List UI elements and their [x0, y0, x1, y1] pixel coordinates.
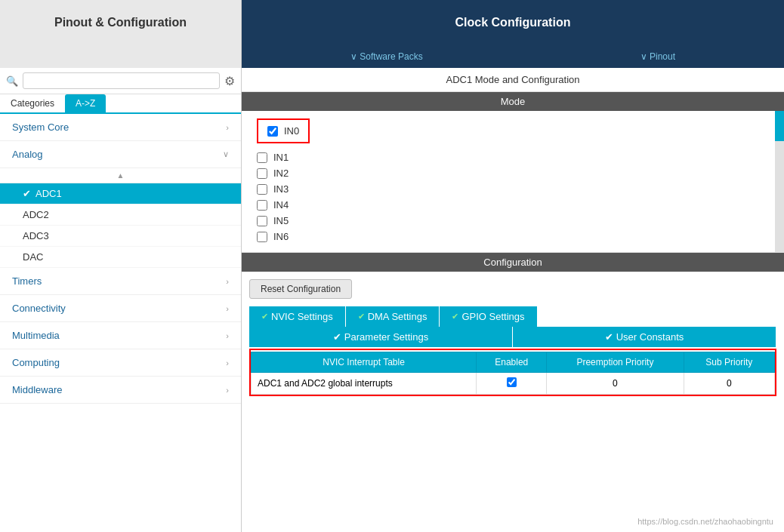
pinout-configuration-header: Pinout & Configuration	[0, 0, 242, 45]
sidebar-item-adc3[interactable]: ADC3	[0, 226, 241, 247]
reset-configuration-button[interactable]: Reset Configuration	[249, 279, 352, 299]
software-packs-link[interactable]: ∨ Software Packs	[350, 51, 423, 62]
nvic-table-red-box: NVIC Interrupt Table Enabled Preemption …	[249, 349, 776, 396]
mode-header: Mode	[242, 92, 784, 111]
user-check-icon: ✔	[605, 331, 613, 343]
up-arrow-icon: ▲	[0, 168, 241, 183]
nvic-col-name: NVIC Interrupt Table	[252, 352, 477, 373]
content-title: ADC1 Mode and Configuration	[242, 68, 784, 92]
chevron-down-icon: ∨	[223, 149, 229, 159]
nvic-preemption-cell: 0	[547, 373, 684, 395]
sidebar: 🔍 ⚙ Categories A->Z System Core › Analog…	[0, 68, 242, 532]
nvic-interrupt-name: ADC1 and ADC2 global interrupts	[252, 373, 477, 395]
tab-parameter-settings[interactable]: ✔ Parameter Settings	[249, 327, 513, 347]
nvic-sub-cell: 0	[684, 373, 774, 395]
scrollbar-thumb	[775, 111, 784, 141]
checkbox-in3[interactable]	[257, 184, 267, 195]
in0-red-box: IN0	[257, 118, 310, 143]
checkbox-in6[interactable]	[257, 232, 267, 242]
tab-user-constants[interactable]: ✔ User Constants	[513, 327, 776, 347]
nvic-col-preemption: Preemption Priority	[547, 352, 684, 373]
tab-atoz[interactable]: A->Z	[65, 94, 106, 112]
sidebar-section-analog: Analog ∨ ▲ ✔ ADC1 ADC2 ADC3 DAC	[0, 141, 241, 268]
sidebar-item-multimedia[interactable]: Multimedia ›	[0, 322, 241, 349]
pinout-link[interactable]: ∨ Pinout	[640, 51, 675, 62]
chevron-right-icon: ›	[226, 358, 229, 367]
dma-check-icon: ✔	[358, 312, 365, 321]
nvic-check-icon: ✔	[261, 312, 268, 321]
nvic-table: NVIC Interrupt Table Enabled Preemption …	[251, 352, 775, 395]
settings-tabs-row1: ✔ NVIC Settings ✔ DMA Settings ✔ GPIO Se…	[249, 306, 776, 327]
chevron-right-icon: ›	[226, 331, 229, 340]
param-check-icon: ✔	[333, 331, 341, 343]
mode-content: IN0 IN1 IN2 IN3 IN4 IN5	[242, 111, 784, 253]
clock-configuration-header: Clock Configuration	[242, 0, 784, 45]
gpio-check-icon: ✔	[452, 312, 458, 321]
tab-categories[interactable]: Categories	[0, 94, 65, 112]
checkbox-in1[interactable]	[257, 152, 267, 163]
check-icon: ✔	[23, 188, 31, 199]
sidebar-item-computing[interactable]: Computing ›	[0, 349, 241, 377]
checkbox-in0-row: IN0	[267, 123, 299, 139]
tab-gpio-settings[interactable]: ✔ GPIO Settings	[440, 306, 537, 327]
checkbox-in4-row: IN4	[257, 197, 769, 213]
sidebar-item-analog[interactable]: Analog ∨	[0, 141, 241, 168]
sidebar-item-dac[interactable]: DAC	[0, 247, 241, 268]
checkbox-in2-row: IN2	[257, 165, 769, 181]
search-input[interactable]	[23, 72, 220, 89]
gear-icon[interactable]: ⚙	[224, 74, 235, 88]
config-header: Configuration	[242, 253, 784, 272]
chevron-right-icon: ›	[226, 277, 229, 286]
mode-scrollbar[interactable]	[775, 111, 784, 252]
sidebar-item-connectivity[interactable]: Connectivity ›	[0, 295, 241, 322]
tab-dma-settings[interactable]: ✔ DMA Settings	[346, 306, 440, 327]
settings-tabs-row2: ✔ Parameter Settings ✔ User Constants	[249, 327, 776, 347]
chevron-right-icon: ›	[226, 123, 229, 132]
nvic-enabled-cell	[477, 373, 547, 395]
tab-nvic-settings[interactable]: ✔ NVIC Settings	[249, 306, 346, 327]
checkbox-in5-row: IN5	[257, 213, 769, 229]
nvic-col-enabled: Enabled	[477, 352, 547, 373]
analog-subitems: ▲ ✔ ADC1 ADC2 ADC3 DAC	[0, 168, 241, 268]
sidebar-item-middleware[interactable]: Middleware ›	[0, 377, 241, 404]
sidebar-item-adc1[interactable]: ✔ ADC1	[0, 183, 241, 204]
sidebar-item-timers[interactable]: Timers ›	[0, 268, 241, 295]
watermark: https://blog.csdn.net/zhaohaobingntu	[637, 517, 773, 526]
chevron-right-icon: ›	[226, 386, 229, 395]
nvic-enabled-checkbox[interactable]	[507, 377, 517, 387]
nvic-col-sub: Sub Priority	[684, 352, 774, 373]
config-content: Reset Configuration ✔ NVIC Settings ✔ DM…	[242, 272, 784, 532]
sub-header-right: ∨ Software Packs ∨ Pinout	[242, 45, 784, 68]
search-icon: 🔍	[6, 75, 18, 87]
checkbox-in4[interactable]	[257, 200, 267, 211]
sidebar-item-adc2[interactable]: ADC2	[0, 204, 241, 226]
sidebar-item-system-core[interactable]: System Core ›	[0, 114, 241, 141]
content-area: ADC1 Mode and Configuration Mode IN0 IN1…	[242, 68, 784, 532]
checkbox-in2[interactable]	[257, 168, 267, 179]
sidebar-tabs: Categories A->Z	[0, 94, 241, 114]
table-row: ADC1 and ADC2 global interrupts 0 0	[252, 373, 775, 395]
checkbox-in3-row: IN3	[257, 181, 769, 197]
chevron-right-icon: ›	[226, 304, 229, 313]
sub-header-left	[0, 45, 242, 68]
checkbox-in1-row: IN1	[257, 149, 769, 165]
checkbox-in0[interactable]	[267, 126, 278, 137]
search-bar: 🔍 ⚙	[0, 68, 241, 94]
checkbox-in5[interactable]	[257, 216, 267, 226]
checkbox-in6-row: IN6	[257, 229, 769, 244]
